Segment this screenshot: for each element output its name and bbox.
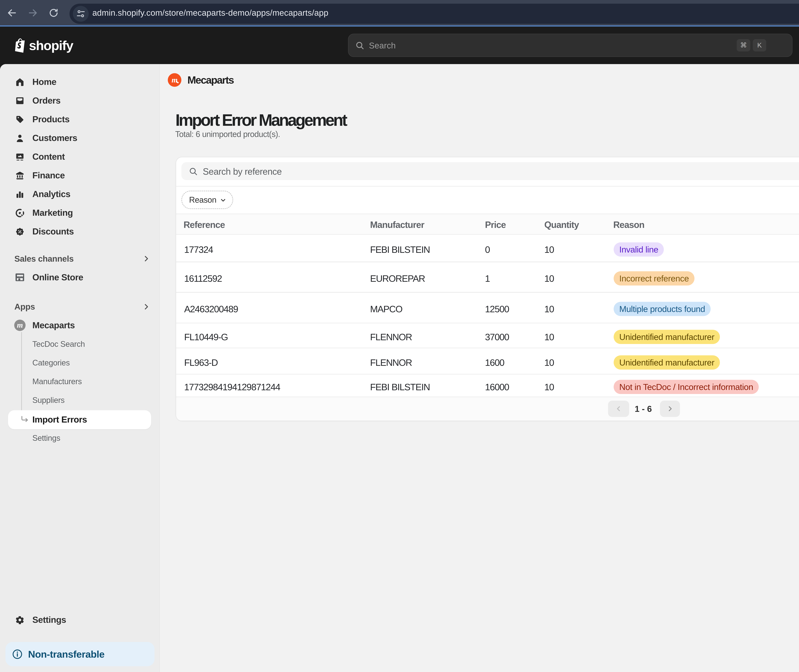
svg-text:m: m <box>172 75 177 84</box>
